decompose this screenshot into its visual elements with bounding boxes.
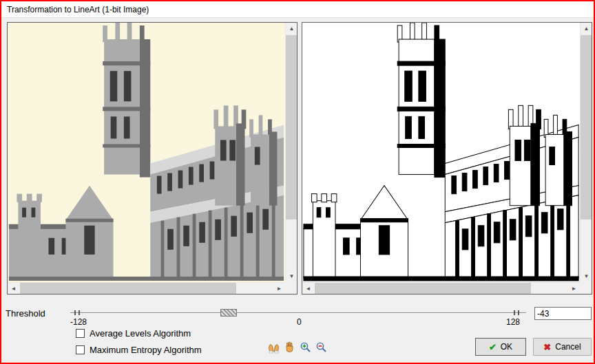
threshold-slider-thumb[interactable] [220,309,237,317]
scrollbar-track[interactable] [19,283,273,294]
threshold-value-input[interactable] [534,307,592,320]
original-preview-image[interactable] [8,23,285,282]
dialog-titlebar[interactable]: Transformation to LineArt (1-bit Image) [1,1,594,18]
checkbox-maximum-entropy[interactable]: Maximum Entropy Algorithm [76,345,202,355]
slider-tick [518,310,519,315]
check-icon: ✔ [489,342,497,352]
checkbox-label: Maximum Entropy Algorithm [90,345,202,355]
zoom-in-icon[interactable] [299,341,312,354]
threshold-mid-label: 0 [297,317,302,327]
threshold-max-label: 128 [506,317,520,327]
original-horizontal-scrollbar[interactable]: ◄ ► [8,282,285,294]
scrollbar-thumb[interactable] [581,35,592,220]
threshold-label: Threshold [6,308,45,319]
checkbox-box [76,329,85,338]
scroll-up-icon[interactable]: ▲ [286,23,298,34]
transformation-lineart-dialog: Transformation to LineArt (1-bit Image) … [0,0,595,364]
scroll-left-icon[interactable]: ◄ [302,283,314,295]
scrollbar-track[interactable] [314,283,568,294]
ok-button-label: OK [501,342,512,352]
lineart-vertical-scrollbar[interactable]: ▲ ▼ [580,23,592,282]
lineart-horizontal-scrollbar[interactable]: ◄ ► [302,282,580,294]
cathedral-lineart-illustration [302,23,580,282]
scroll-down-icon[interactable]: ▼ [581,270,592,282]
original-vertical-scrollbar[interactable]: ▲ ▼ [285,23,297,282]
scroll-right-icon[interactable]: ► [568,283,580,295]
threshold-min-label: -128 [70,317,87,327]
checkbox-label: Average Levels Algorithm [90,328,191,339]
checkbox-average-levels[interactable]: Average Levels Algorithm [76,328,191,339]
scroll-right-icon[interactable]: ► [273,283,285,295]
original-preview-panel: ▲ ▼ ◄ ► [7,22,298,295]
cathedral-grayscale-illustration [8,23,285,282]
preview-toolbar [267,341,328,354]
cancel-button[interactable]: ✖ Cancel [533,338,592,356]
scroll-up-icon[interactable]: ▲ [581,23,592,34]
zoom-out-icon[interactable] [315,341,328,354]
scroll-left-icon[interactable]: ◄ [8,283,19,295]
scrollbar-track[interactable] [581,34,592,270]
scrollbar-thumb[interactable] [286,35,297,220]
cross-icon: ✖ [543,342,551,352]
slider-tick [74,310,76,315]
scrollbar-thumb[interactable] [20,283,236,294]
ok-button[interactable]: ✔ OK [475,338,526,356]
lineart-preview-image[interactable] [302,23,580,282]
pan-hands-icon[interactable] [267,341,280,354]
scrollbar-corner [580,282,592,294]
grab-hand-icon[interactable] [283,341,296,354]
scroll-down-icon[interactable]: ▼ [286,270,298,282]
scrollbar-thumb[interactable] [315,283,531,294]
scrollbar-track[interactable] [286,34,297,270]
dialog-title: Transformation to LineArt (1-bit Image) [7,5,149,14]
slider-tick [514,310,515,315]
cancel-button-label: Cancel [555,342,581,352]
checkbox-box [76,345,85,354]
slider-tick [79,310,80,315]
threshold-slider-track[interactable] [70,312,526,314]
lineart-preview-panel: ▲ ▼ ◄ ► [302,22,592,295]
scrollbar-corner [285,282,297,294]
